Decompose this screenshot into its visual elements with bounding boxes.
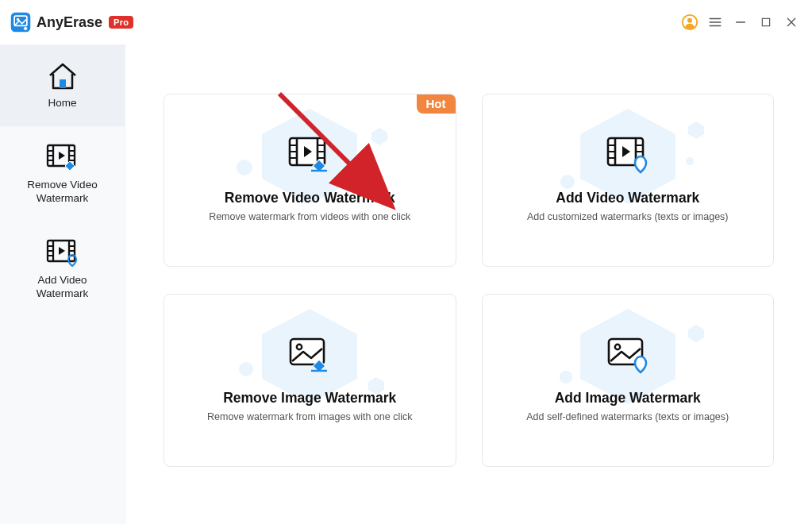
svg-rect-6: [60, 79, 66, 88]
sidebar-item-add-video-watermark[interactable]: Add Video Watermark: [0, 222, 125, 317]
card-add-video-watermark[interactable]: Add Video Watermark Add customized water…: [482, 94, 775, 267]
card-title: Remove Image Watermark: [223, 390, 396, 406]
card-add-image-watermark[interactable]: Add Image Watermark Add self-defined wat…: [482, 294, 775, 467]
svg-rect-5: [762, 18, 769, 25]
add-image-watermark-icon: [606, 336, 650, 377]
close-icon[interactable]: [780, 11, 802, 33]
sidebar-item-remove-video-watermark[interactable]: Remove Video Watermark: [0, 126, 125, 222]
pro-badge: Pro: [109, 16, 133, 29]
card-description: Add self-defined watermarks (texts or im…: [526, 411, 729, 422]
svg-point-60: [560, 371, 572, 383]
card-title: Add Image Watermark: [555, 390, 701, 406]
card-description: Remove watermark from images with one cl…: [207, 411, 412, 422]
card-title: Remove Video Watermark: [225, 190, 395, 206]
minimize-icon[interactable]: [729, 11, 752, 33]
sidebar-item-label: Home: [6, 97, 118, 110]
card-remove-image-watermark[interactable]: Remove Image Watermark Remove watermark …: [164, 294, 456, 467]
add-video-watermark-icon: [606, 136, 650, 177]
card-description: Remove watermark from videos with one cl…: [209, 211, 410, 222]
menu-icon[interactable]: [704, 11, 726, 33]
hot-badge: Hot: [417, 94, 456, 114]
titlebar: AnyErase Pro: [0, 0, 812, 44]
main-panel: Hot: [125, 44, 812, 524]
svg-point-54: [239, 362, 253, 376]
svg-marker-61: [688, 325, 704, 342]
app-logo-icon: [10, 11, 32, 33]
app-name: AnyErase: [37, 14, 102, 31]
home-icon: [6, 59, 118, 94]
sidebar: Home Remove Video Watermark: [0, 44, 125, 524]
svg-point-41: [560, 175, 575, 189]
svg-point-4: [687, 18, 692, 23]
feature-grid: Hot: [164, 94, 774, 467]
card-description: Add customized watermarks (texts or imag…: [527, 211, 729, 222]
svg-point-27: [237, 160, 252, 175]
svg-point-43: [686, 157, 694, 165]
remove-video-watermark-icon: [287, 136, 332, 177]
svg-marker-29: [371, 128, 387, 145]
remove-video-watermark-icon: [6, 141, 118, 175]
sidebar-item-label: Add Video Watermark: [6, 274, 118, 301]
maximize-icon[interactable]: [755, 11, 777, 33]
add-video-watermark-icon: [6, 236, 118, 271]
sidebar-item-home[interactable]: Home: [0, 44, 125, 126]
content-area: Home Remove Video Watermark: [0, 44, 812, 524]
svg-marker-42: [688, 121, 704, 139]
card-remove-video-watermark[interactable]: Hot: [164, 94, 456, 267]
sidebar-item-label: Remove Video Watermark: [6, 179, 118, 206]
user-account-icon[interactable]: [679, 11, 701, 33]
card-title: Add Video Watermark: [556, 190, 699, 206]
remove-image-watermark-icon: [287, 336, 332, 377]
